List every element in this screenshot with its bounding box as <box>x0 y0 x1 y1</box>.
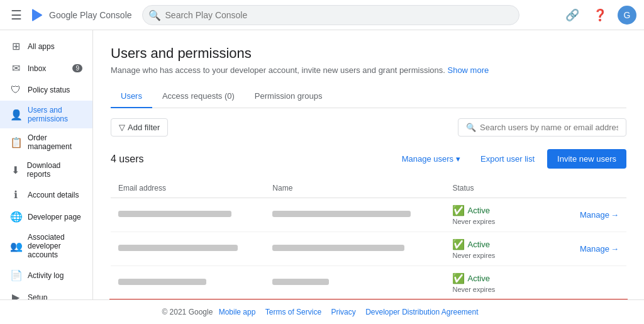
manage-link[interactable]: Manage → <box>580 244 619 254</box>
table-header-row: Email address Name Status <box>111 179 626 198</box>
manage-cell <box>572 266 626 300</box>
table-row: ✅Active Never expires Manage → <box>111 232 626 266</box>
email-blurred <box>118 211 231 217</box>
footer: © 2021 Google Mobile app Terms of Servic… <box>0 299 644 324</box>
footer-link-privacy[interactable]: Privacy <box>331 308 355 316</box>
search-input[interactable] <box>142 5 519 25</box>
sidebar-item-policy-status[interactable]: 🛡 Policy status <box>0 79 92 101</box>
main-content: Users and permissions Manage who has acc… <box>93 30 644 299</box>
users-count: 4 users <box>111 154 394 165</box>
copyright: © 2021 Google <box>162 308 213 316</box>
name-cell <box>265 266 445 300</box>
page-desc-text: Manage who has access to your developer … <box>111 65 445 75</box>
inbox-icon: ✉ <box>10 62 21 74</box>
sidebar-label-download: Download reports <box>27 161 82 179</box>
activity-icon: 📄 <box>10 269 21 281</box>
status-cell: ✅Active Never expires <box>445 266 572 300</box>
sidebar-label-activity: Activity log <box>28 271 64 280</box>
sidebar-label-setup: Setup <box>28 293 47 300</box>
manage-arrow-icon: → <box>611 210 619 220</box>
email-cell <box>111 232 265 266</box>
policy-icon: 🛡 <box>10 84 21 96</box>
email-blurred <box>118 279 206 285</box>
table-row: ✅Active Never expires Manage → <box>111 198 626 232</box>
search-icon: 🔍 <box>148 9 161 21</box>
name-blurred <box>272 211 411 217</box>
tab-permission-groups[interactable]: Permission groups <box>245 85 333 108</box>
sidebar-item-activity-log[interactable]: 📄 Activity log <box>0 264 92 286</box>
section-header: 4 users Manage users ▾ Export user list … <box>111 149 626 169</box>
topbar: ☰ Google Play Console 🔍 🔗 ❓ G <box>0 0 644 30</box>
sidebar-label-associated: Associated developer accounts <box>28 233 82 259</box>
export-user-list-button[interactable]: Export user list <box>473 149 542 169</box>
user-search-input[interactable] <box>480 123 618 132</box>
download-icon: ⬇ <box>10 164 21 176</box>
sidebar-item-setup[interactable]: ▶ Setup <box>0 286 92 299</box>
sidebar-label-policy: Policy status <box>28 86 70 94</box>
logo[interactable]: Google Play Console <box>30 8 132 23</box>
developer-icon: 🌐 <box>10 211 21 223</box>
show-more-link[interactable]: Show more <box>447 65 489 75</box>
sidebar-label-order: Order management <box>28 133 82 151</box>
link-icon-btn[interactable]: 🔗 <box>562 5 582 25</box>
users-icon: 👤 <box>10 109 21 121</box>
dropdown-chevron-icon: ▾ <box>456 154 460 164</box>
sidebar-item-associated[interactable]: 👥 Associated developer accounts <box>0 228 92 264</box>
logo-text: Google Play Console <box>49 10 132 20</box>
name-blurred <box>272 279 329 285</box>
sidebar: ⊞ All apps ✉ Inbox 9 🛡 Policy status 👤 U… <box>0 30 93 299</box>
account-icon: ℹ <box>10 189 21 201</box>
tab-users[interactable]: Users <box>111 85 152 108</box>
avatar[interactable]: G <box>618 6 636 25</box>
sidebar-item-developer-page[interactable]: 🌐 Developer page <box>0 206 92 228</box>
sidebar-item-order-management[interactable]: 📋 Order management <box>0 128 92 156</box>
user-search-icon: 🔍 <box>466 123 476 132</box>
user-search-container: 🔍 <box>458 118 626 137</box>
footer-link-mobile[interactable]: Mobile app <box>219 308 256 316</box>
manage-arrow-icon: → <box>611 244 619 254</box>
topbar-actions: 🔗 ❓ G <box>562 5 636 25</box>
name-cell <box>265 198 445 232</box>
menu-icon[interactable]: ☰ <box>8 8 25 23</box>
sidebar-item-inbox[interactable]: ✉ Inbox 9 <box>0 57 92 79</box>
help-icon-btn[interactable]: ❓ <box>590 5 610 25</box>
active-dot-icon: ✅ <box>452 238 465 250</box>
email-blurred <box>118 245 238 251</box>
sidebar-label-inbox: Inbox <box>28 64 46 73</box>
col-action <box>572 179 626 198</box>
inbox-badge: 9 <box>72 64 82 72</box>
manage-users-button[interactable]: Manage users ▾ <box>394 149 468 169</box>
table-row: ✅Active Never expires <box>111 266 626 300</box>
manage-cell: Manage → <box>572 232 626 266</box>
sidebar-item-download-reports[interactable]: ⬇ Download reports <box>0 156 92 184</box>
page-title: Users and permissions <box>111 45 626 62</box>
users-table: Email address Name Status <box>111 179 626 299</box>
filter-icon: ▽ <box>119 123 125 132</box>
sidebar-item-account-details[interactable]: ℹ Account details <box>0 184 92 206</box>
email-cell <box>111 266 265 300</box>
search-container: 🔍 <box>142 5 519 25</box>
footer-link-terms[interactable]: Terms of Service <box>265 308 321 316</box>
name-blurred <box>272 245 404 251</box>
footer-link-distribution[interactable]: Developer Distribution Agreement <box>365 308 478 316</box>
sidebar-label-all-apps: All apps <box>28 42 55 51</box>
name-cell <box>265 232 445 266</box>
sidebar-label-developer: Developer page <box>28 213 81 221</box>
invite-new-users-button[interactable]: Invite new users <box>547 149 626 169</box>
sidebar-label-account: Account details <box>28 191 79 199</box>
sidebar-item-users-permissions[interactable]: 👤 Users and permissions <box>0 101 92 128</box>
setup-chevron-icon: ▶ <box>10 291 21 299</box>
manage-cell: Manage → <box>572 198 626 232</box>
status-cell: ✅Active Never expires <box>445 232 572 266</box>
layout: ⊞ All apps ✉ Inbox 9 🛡 Policy status 👤 U… <box>0 30 644 299</box>
active-dot-icon: ✅ <box>452 204 465 216</box>
sidebar-item-all-apps[interactable]: ⊞ All apps <box>0 35 92 57</box>
filter-bar: ▽ Add filter 🔍 <box>111 118 626 137</box>
section-actions: Manage users ▾ Export user list Invite n… <box>394 149 626 169</box>
tabs-container: Users Access requests (0) Permission gro… <box>111 85 626 108</box>
tab-access-requests[interactable]: Access requests (0) <box>152 85 245 108</box>
associated-icon: 👥 <box>10 240 21 252</box>
status-cell: ✅Active Never expires <box>445 198 572 232</box>
manage-link[interactable]: Manage → <box>580 210 619 220</box>
add-filter-button[interactable]: ▽ Add filter <box>111 118 168 137</box>
